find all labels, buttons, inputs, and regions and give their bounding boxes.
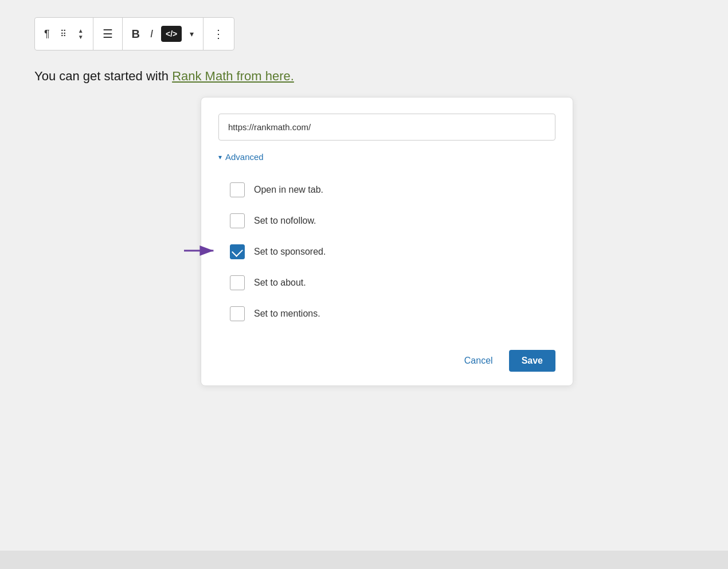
bottom-bar [0,551,728,569]
toolbar-group-format: B I </> ▾ [123,18,204,50]
move-button[interactable]: ▲ ▼ [76,26,86,42]
nofollow-label[interactable]: Set to nofollow. [254,216,316,226]
code-button[interactable]: </> [161,26,182,42]
checkbox-list: Open in new tab. Set to nofollow. Set t [218,174,555,329]
mentions-label[interactable]: Set to mentions. [254,309,320,319]
mentions-checkbox[interactable] [230,306,245,321]
toolbar-group-more: ⋮ [203,18,234,50]
sponsored-label[interactable]: Set to sponsored. [254,247,326,257]
italic-button[interactable]: I [148,26,155,42]
new-tab-label[interactable]: Open in new tab. [254,185,323,195]
toolbar-group-align: ☰ [93,18,123,50]
drag-button[interactable]: ⠿ [58,26,70,41]
chevron-down-icon: ▾ [218,153,222,161]
bold-button[interactable]: B [130,25,142,43]
align-button[interactable]: ☰ [100,25,115,43]
about-checkbox[interactable] [230,275,245,290]
about-label[interactable]: Set to about. [254,278,306,288]
editor-toolbar: ¶ ⠿ ▲ ▼ ☰ B I </> ▾ ⋮ [34,17,234,50]
more-options-button[interactable]: ⋮ [210,25,227,43]
checkbox-item-about: Set to about. [230,267,555,298]
nofollow-checkbox[interactable] [230,213,245,228]
toolbar-group-paragraph: ¶ ⠿ ▲ ▼ [35,18,93,50]
checkbox-item-mentions: Set to mentions. [230,298,555,329]
advanced-toggle[interactable]: ▾ Advanced [218,152,264,162]
checkbox-item-new-tab: Open in new tab. [230,174,555,205]
cancel-button[interactable]: Cancel [456,350,501,372]
dropdown-button[interactable]: ▾ [187,27,196,41]
new-tab-checkbox[interactable] [230,182,245,197]
checkbox-item-sponsored: Set to sponsored. [230,236,555,267]
sponsored-checkbox[interactable] [230,244,245,259]
arrow-indicator [184,242,218,262]
save-button[interactable]: Save [509,350,555,372]
checkbox-item-nofollow: Set to nofollow. [230,205,555,236]
paragraph-button[interactable]: ¶ [42,26,52,42]
url-input[interactable] [218,114,555,141]
advanced-label: Advanced [225,152,264,162]
action-buttons: Cancel Save [218,341,555,372]
link-popup: ▾ Advanced Open in new tab. Set to nofol… [201,97,573,386]
body-text: You can get started with Rank Math from … [34,67,294,85]
rank-math-link[interactable]: Rank Math from here. [172,69,294,83]
